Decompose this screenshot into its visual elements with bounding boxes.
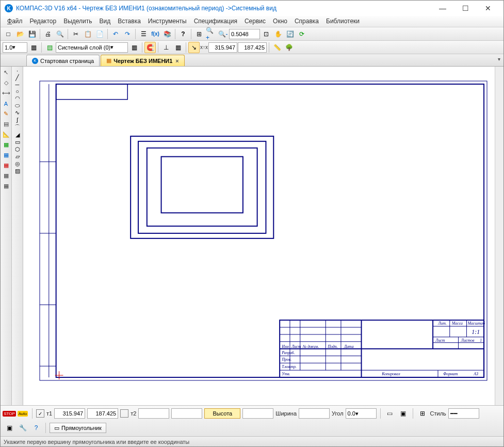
- maximize-button[interactable]: ☐: [454, 1, 477, 15]
- open-button[interactable]: 📂: [14, 28, 26, 40]
- menu-insert[interactable]: Вставка: [114, 16, 144, 27]
- zoom-window-button[interactable]: ⊡: [261, 28, 272, 40]
- minimize-button[interactable]: —: [431, 1, 454, 15]
- tool-polygon[interactable]: ⬡: [15, 146, 20, 153]
- tool-line[interactable]: ─: [15, 82, 20, 88]
- tool-chamfer[interactable]: ◢: [15, 132, 20, 138]
- menu-select[interactable]: Выделить: [60, 16, 95, 27]
- stop-button[interactable]: STOP: [4, 408, 15, 419]
- tool-bezier[interactable]: ∫: [17, 117, 18, 123]
- menu-libs[interactable]: Библиотеки: [322, 16, 363, 27]
- tool-spline[interactable]: ∿: [15, 109, 20, 116]
- toolpanel-cursor[interactable]: ↖: [1, 68, 11, 77]
- zoom-out-button[interactable]: 🔍-: [217, 28, 229, 40]
- menu-tools[interactable]: Инструменты: [144, 16, 190, 27]
- undo-button[interactable]: ↶: [110, 28, 121, 40]
- t2-checkbox[interactable]: [120, 409, 128, 418]
- redo-button[interactable]: ↷: [122, 28, 133, 40]
- props-button[interactable]: ☰: [138, 28, 149, 40]
- close-button[interactable]: ✕: [477, 1, 499, 15]
- axis-btn3[interactable]: ⊞: [417, 408, 428, 419]
- height-value-input[interactable]: [242, 408, 273, 419]
- toolpanel-geometry[interactable]: ◇: [1, 78, 11, 88]
- zoom-fit-button[interactable]: ⊞: [193, 28, 205, 40]
- toolpanel-views[interactable]: ▦: [1, 181, 11, 191]
- tool-hatch[interactable]: ▨: [15, 168, 20, 174]
- measure-button[interactable]: 📏: [271, 42, 283, 53]
- menu-edit[interactable]: Редактор: [26, 16, 60, 27]
- zoom-input[interactable]: 0.5048: [229, 29, 260, 39]
- t2-y-input[interactable]: [171, 408, 202, 419]
- menu-help[interactable]: Справка: [291, 16, 322, 27]
- cut-button[interactable]: ✂: [70, 28, 82, 40]
- layer-mgr-button[interactable]: ▦: [128, 42, 140, 53]
- menu-window[interactable]: Окно: [269, 16, 291, 27]
- zoom-in-button[interactable]: 🔍+: [205, 28, 217, 40]
- tool-ellipse[interactable]: ⬭: [15, 102, 20, 109]
- new-button[interactable]: □: [3, 28, 14, 40]
- menu-file[interactable]: ФФайлdocument.currentScript.previousElem…: [4, 16, 26, 27]
- axis-btn2[interactable]: ▣: [398, 408, 409, 419]
- preview-button[interactable]: 🔍: [54, 28, 66, 40]
- paste-button[interactable]: 📄: [94, 28, 105, 40]
- mode-checkbox[interactable]: ✓: [36, 409, 44, 418]
- tab-start-page[interactable]: K Стартовая страница: [26, 55, 100, 66]
- refresh-button[interactable]: ⟳: [296, 28, 307, 40]
- tool-auxline[interactable]: ╱: [15, 74, 19, 81]
- panel-help[interactable]: ?: [30, 422, 42, 434]
- toolpanel-edit[interactable]: ✎: [1, 109, 11, 119]
- panel-btn2[interactable]: 🔧: [17, 422, 28, 434]
- toolpanel-param[interactable]: ▤: [1, 119, 11, 129]
- snap-button[interactable]: 🧲: [144, 42, 156, 53]
- ortho-button[interactable]: ⊥: [160, 42, 172, 53]
- drawing-canvas[interactable]: Изм Лист № докум. Подп. Дата Разраб. Про…: [23, 67, 503, 405]
- panel-btn1[interactable]: ▣: [4, 422, 15, 434]
- t2-x-input[interactable]: [138, 408, 169, 419]
- menu-service[interactable]: Сервис: [241, 16, 269, 27]
- print-button[interactable]: 🖨: [42, 28, 54, 40]
- tool-arc[interactable]: ◠: [15, 95, 20, 102]
- help-button[interactable]: ?: [177, 28, 189, 40]
- tool-equidist[interactable]: ◎: [15, 161, 20, 167]
- menu-view[interactable]: Вид: [96, 16, 115, 27]
- local-cs-button[interactable]: ↘: [188, 42, 200, 53]
- toolpanel-spec[interactable]: ▦: [1, 150, 11, 160]
- layer-combo[interactable]: Системный слой (0) ▾: [56, 42, 128, 53]
- angle-combo[interactable]: 0.0 ▾: [346, 408, 377, 419]
- tab-drawing[interactable]: ▦ Чертеж БЕЗ ИМЕНИ1 ×: [101, 55, 185, 66]
- scale-combo[interactable]: 1.0 ▾: [3, 42, 27, 53]
- lib-button[interactable]: 📚: [161, 28, 173, 40]
- auto-button[interactable]: Auto: [17, 408, 28, 419]
- style-combo[interactable]: ━━: [448, 408, 479, 419]
- t1-x-input[interactable]: [54, 408, 85, 419]
- copy-button[interactable]: 📋: [82, 28, 93, 40]
- tab-close-icon[interactable]: ×: [175, 58, 178, 64]
- pan-button[interactable]: ✋: [272, 28, 284, 40]
- height-input[interactable]: [204, 408, 240, 419]
- save-button[interactable]: 💾: [26, 28, 38, 40]
- tabstrip-dropdown[interactable]: ▾: [498, 56, 500, 62]
- tool-rectangle[interactable]: ▭: [15, 139, 20, 146]
- toolpanel-reports[interactable]: ▦: [1, 161, 11, 170]
- toolpanel-dims[interactable]: ⟷: [1, 88, 11, 98]
- toolpanel-text[interactable]: A: [1, 99, 11, 108]
- tree-button[interactable]: 🌳: [283, 42, 295, 53]
- toolpanel-select[interactable]: ▦: [1, 140, 11, 150]
- axis-btn1[interactable]: ▭: [384, 408, 396, 419]
- coord-x-input[interactable]: [208, 42, 237, 53]
- width-input[interactable]: [299, 408, 330, 419]
- tool-circle[interactable]: ○: [15, 88, 19, 94]
- tool-contour[interactable]: ▱: [15, 153, 20, 160]
- toolpanel-insert[interactable]: ▦: [1, 171, 11, 181]
- tool-point[interactable]: ·: [17, 68, 18, 74]
- toolpanel-measure[interactable]: 📐: [1, 130, 11, 139]
- vars-button[interactable]: f(x): [150, 28, 161, 40]
- coord-y-input[interactable]: [238, 42, 267, 53]
- state-button[interactable]: ▦: [28, 42, 39, 53]
- grid-button[interactable]: ▦: [172, 42, 184, 53]
- t1-y-input[interactable]: [87, 408, 118, 419]
- rotate-button[interactable]: 🔄: [284, 28, 296, 40]
- menu-spec[interactable]: Спецификация: [190, 16, 241, 27]
- layers-button[interactable]: ▤: [44, 42, 55, 53]
- panel-tab-rectangle[interactable]: ▭ Прямоугольник: [50, 423, 106, 433]
